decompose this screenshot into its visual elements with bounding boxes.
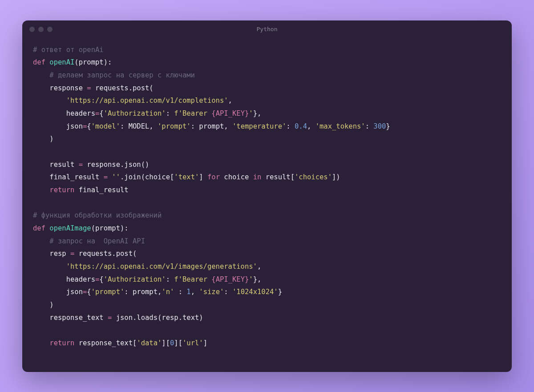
code-window: Python # ответ от openAi def openAI(prom…	[22, 20, 512, 372]
string-literal: 'https://api.openai.com/v1/completions'	[33, 97, 228, 105]
code-editor[interactable]: # ответ от openAi def openAI(prompt): # …	[22, 38, 512, 372]
window-title: Python	[257, 26, 278, 32]
minimize-icon[interactable]	[38, 27, 44, 32]
traffic-lights	[29, 27, 53, 32]
close-icon[interactable]	[29, 27, 35, 32]
keyword-return: return	[33, 339, 74, 347]
titlebar: Python	[22, 20, 512, 38]
code-comment: # запрос на OpenAI API	[33, 237, 145, 245]
code-comment: # ответ от openAi	[33, 46, 104, 54]
code-comment: # функция обработки изображений	[33, 211, 162, 219]
keyword-def: def	[33, 224, 45, 232]
function-name: openAI	[49, 58, 74, 66]
keyword-return: return	[33, 186, 74, 194]
keyword-def: def	[33, 58, 45, 66]
string-literal: 'https://api.openai.com/v1/images/genera…	[33, 263, 257, 271]
code-comment: # делаем запрос на сервер с ключами	[33, 71, 195, 79]
function-name: openAImage	[45, 224, 91, 232]
maximize-icon[interactable]	[47, 27, 53, 32]
